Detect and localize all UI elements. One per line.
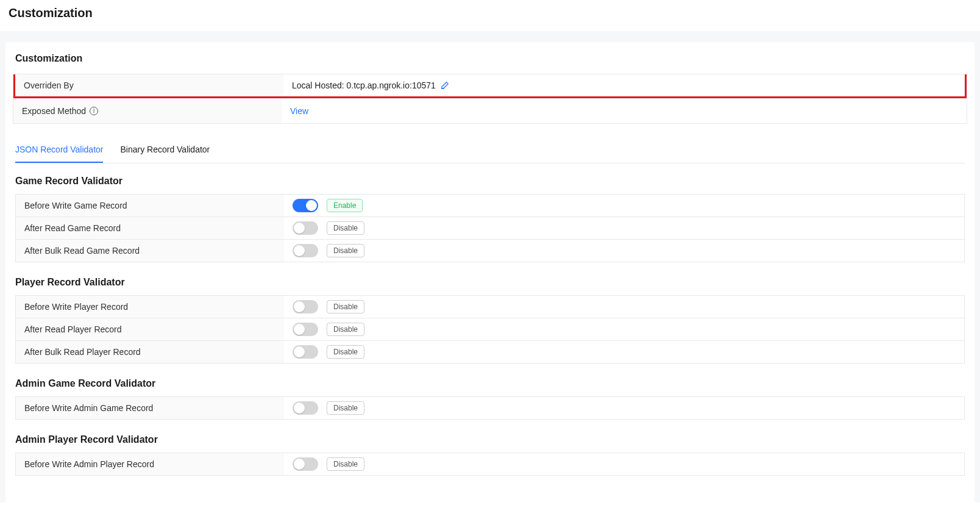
toggle[interactable] xyxy=(293,345,318,359)
edit-icon[interactable] xyxy=(441,81,449,90)
row-label: After Bulk Read Game Record xyxy=(16,240,284,262)
table-row: Before Write Admin Player RecordDisable xyxy=(16,453,964,475)
section-player-record-validator: Player Record ValidatorBefore Write Play… xyxy=(15,277,965,363)
toggle-knob xyxy=(294,459,305,470)
exposed-method-row: Exposed Method i View xyxy=(13,98,967,123)
row-label: After Read Game Record xyxy=(16,217,284,239)
toggle-knob xyxy=(294,301,305,312)
row-label: After Read Player Record xyxy=(16,318,284,340)
section-title: Admin Player Record Validator xyxy=(15,434,965,445)
status-badge: Disable xyxy=(327,323,364,336)
tabs: JSON Record ValidatorBinary Record Valid… xyxy=(15,136,965,163)
table-row: After Bulk Read Player RecordDisable xyxy=(16,340,964,363)
exposed-method-label-text: Exposed Method xyxy=(22,106,86,116)
toggle-knob xyxy=(294,245,305,256)
toggle[interactable] xyxy=(293,457,318,471)
row-label: Before Write Admin Player Record xyxy=(16,453,284,475)
exposed-method-label: Exposed Method i xyxy=(13,99,282,123)
toggle-knob xyxy=(306,200,317,211)
validator-table: Before Write Game RecordEnableAfter Read… xyxy=(15,194,965,262)
card-title: Customization xyxy=(13,53,967,74)
section-title: Game Record Validator xyxy=(15,176,965,187)
status-badge: Disable xyxy=(327,221,364,235)
customization-info-table: Overriden By Local Hosted: 0.tcp.ap.ngro… xyxy=(13,74,967,124)
status-badge: Disable xyxy=(327,345,364,359)
row-control: Disable xyxy=(284,318,964,340)
validator-table: Before Write Player RecordDisableAfter R… xyxy=(15,295,965,363)
row-control: Disable xyxy=(284,453,964,475)
override-value-cell: Local Hosted: 0.tcp.ap.ngrok.io:10571 xyxy=(283,74,965,96)
table-row: After Bulk Read Game RecordDisable xyxy=(16,239,964,262)
status-badge: Disable xyxy=(327,457,364,471)
table-row: Before Write Game RecordEnable xyxy=(16,195,964,217)
toggle[interactable] xyxy=(293,323,318,336)
toggle-knob xyxy=(294,403,305,414)
page-title: Customization xyxy=(9,6,971,20)
toggle[interactable] xyxy=(293,300,318,313)
override-row: Overriden By Local Hosted: 0.tcp.ap.ngro… xyxy=(13,74,967,98)
toggle-knob xyxy=(294,346,305,357)
validator-table: Before Write Admin Game RecordDisable xyxy=(15,396,965,420)
row-label: Before Write Player Record xyxy=(16,296,284,318)
row-control: Enable xyxy=(284,195,964,217)
section-title: Admin Game Record Validator xyxy=(15,378,965,389)
override-value: Local Hosted: 0.tcp.ap.ngrok.io:10571 xyxy=(292,81,436,90)
toggle-knob xyxy=(294,324,305,335)
view-link[interactable]: View xyxy=(290,106,308,116)
table-row: Before Write Player RecordDisable xyxy=(16,296,964,318)
toggle[interactable] xyxy=(293,401,318,415)
exposed-method-value: View xyxy=(282,99,967,123)
toggle[interactable] xyxy=(293,221,318,235)
row-label: After Bulk Read Player Record xyxy=(16,341,284,363)
table-row: After Read Game RecordDisable xyxy=(16,217,964,239)
section-game-record-validator: Game Record ValidatorBefore Write Game R… xyxy=(15,176,965,262)
status-badge: Disable xyxy=(327,300,364,313)
table-row: After Read Player RecordDisable xyxy=(16,318,964,340)
row-control: Disable xyxy=(284,296,964,318)
status-badge: Disable xyxy=(327,401,364,415)
row-control: Disable xyxy=(284,341,964,363)
info-icon[interactable]: i xyxy=(90,107,98,115)
override-label: Overriden By xyxy=(15,74,283,96)
section-admin-game-record-validator: Admin Game Record ValidatorBefore Write … xyxy=(15,378,965,420)
toggle-knob xyxy=(294,223,305,234)
row-control: Disable xyxy=(284,397,964,419)
row-control: Disable xyxy=(284,217,964,239)
row-label: Before Write Game Record xyxy=(16,195,284,217)
section-admin-player-record-validator: Admin Player Record ValidatorBefore Writ… xyxy=(15,434,965,476)
validator-table: Before Write Admin Player RecordDisable xyxy=(15,453,965,476)
tab-binary-record-validator[interactable]: Binary Record Validator xyxy=(120,136,210,163)
row-control: Disable xyxy=(284,240,964,262)
status-badge: Enable xyxy=(327,199,363,212)
table-row: Before Write Admin Game RecordDisable xyxy=(16,397,964,419)
row-label: Before Write Admin Game Record xyxy=(16,397,284,419)
tab-json-record-validator[interactable]: JSON Record Validator xyxy=(15,136,103,163)
toggle[interactable] xyxy=(293,199,318,212)
section-title: Player Record Validator xyxy=(15,277,965,288)
status-badge: Disable xyxy=(327,244,364,257)
toggle[interactable] xyxy=(293,244,318,257)
